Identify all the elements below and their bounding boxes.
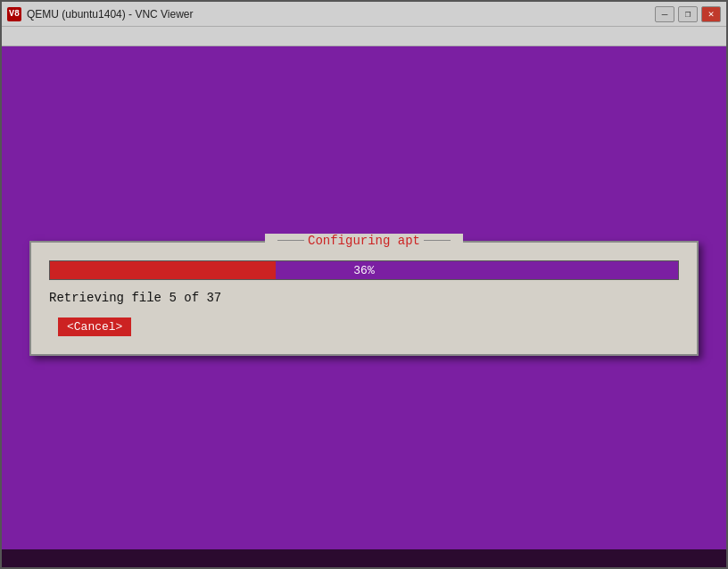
close-button[interactable]: ✕ bbox=[701, 6, 721, 22]
app-icon: V8 bbox=[7, 7, 21, 21]
bottom-bar bbox=[2, 549, 726, 567]
vnc-window: V8 QEMU (ubuntu1404) - VNC Viewer — ❐ ✕ … bbox=[0, 0, 728, 569]
configure-apt-dialog: Configuring apt 36% Retrieving file 5 of… bbox=[29, 241, 699, 356]
cancel-button[interactable]: <Cancel> bbox=[58, 317, 131, 336]
minimize-button[interactable]: — bbox=[655, 6, 674, 22]
menubar bbox=[2, 27, 726, 46]
window-title: QEMU (ubuntu1404) - VNC Viewer bbox=[27, 8, 649, 21]
window-controls: — ❐ ✕ bbox=[655, 6, 721, 22]
vnc-content: Configuring apt 36% Retrieving file 5 of… bbox=[2, 46, 726, 549]
progress-label: 36% bbox=[50, 261, 678, 280]
progress-bar-container: 36% bbox=[49, 260, 679, 280]
titlebar: V8 QEMU (ubuntu1404) - VNC Viewer — ❐ ✕ bbox=[2, 2, 726, 27]
restore-button[interactable]: ❐ bbox=[678, 6, 698, 22]
dialog-title: Configuring apt bbox=[265, 234, 463, 248]
status-text: Retrieving file 5 of 37 bbox=[49, 291, 679, 305]
